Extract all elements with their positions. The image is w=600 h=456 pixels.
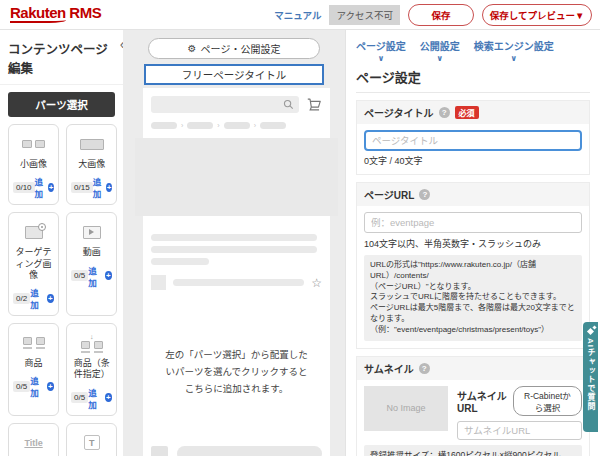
page-url-section: ページURL ? 104文字以内、半角英数字・スラッシュのみ URLの形式は"h… [356, 182, 590, 349]
url-info-line: スラッシュでURLに階層を持たせることもできます。 [370, 292, 576, 303]
url-info-line: （ページURL）"となります。 [370, 282, 576, 293]
large-image-icon [80, 132, 104, 156]
page-settings-heading: ページ設定 [356, 67, 590, 86]
tab-publish-settings[interactable]: 公開設定∨ [420, 38, 460, 63]
thumbnail-no-image-placeholder: No Image [364, 386, 448, 431]
url-info-box: URLの形式は"https://www.rakuten.co.jp/（店舗URL… [364, 255, 582, 341]
plus-icon: + [48, 183, 54, 192]
targeting-image-icon [25, 220, 43, 244]
part-count: 0/5 [71, 270, 88, 281]
part-add-link[interactable]: 追加+ [88, 386, 112, 410]
thumbnail-section: サムネイル ? No Image サムネイルURL R-Cabinetから選択 … [356, 356, 590, 456]
help-icon[interactable]: ? [419, 189, 430, 200]
part-label: 大画像 [78, 159, 105, 170]
thumbnail-url-input[interactable] [457, 421, 582, 440]
char-counter: 0文字 / 40文字 [364, 154, 582, 167]
preview-text-skeleton [151, 246, 317, 253]
part-count: 0/5 [13, 381, 30, 392]
part-count: 0/15 [71, 182, 93, 193]
part-card-title[interactable]: Title タイトル 0/25追加+ [8, 423, 59, 456]
page-preview-wireframe: ››› ☆ 左の「パーツ選択」から配置したいパーツを選んでクリックするとこちらに… [143, 88, 330, 456]
cart-icon [306, 97, 322, 112]
sidebar-title: コンテンツページ編集 [0, 30, 123, 85]
preview-text-skeleton [151, 258, 209, 265]
part-add-link[interactable]: 追加+ [30, 374, 54, 398]
video-icon [83, 220, 101, 244]
settings-tabs: ページ設定∨ 公開設定∨ 検索エンジン設定∨ [356, 38, 590, 63]
free-page-title-field[interactable]: フリーページタイトル [144, 64, 324, 85]
part-add-link[interactable]: 追加+ [30, 286, 54, 310]
plus-icon: + [105, 271, 113, 280]
required-badge: 必須 [455, 106, 479, 119]
page-title-label: ページタイトル [364, 105, 434, 120]
sparkle-icon [587, 328, 594, 335]
page-url-input[interactable] [364, 212, 582, 233]
thumbnail-info-line: 登録推奨サイズ：横1600ピクセル×縦900ピクセル [370, 450, 576, 456]
gear-icon: ⚙ [188, 43, 197, 54]
ai-chat-tab[interactable]: AIチャットで質問 [583, 322, 598, 432]
plus-icon: + [106, 183, 112, 192]
text-icon: T [84, 431, 100, 455]
save-button[interactable]: 保存 [408, 4, 474, 26]
part-card-small-image[interactable]: 小画像 0/10追加+ [8, 124, 59, 205]
part-card-product-conditional[interactable]: ↓ 商品（条件指定） 0/5追加+ [66, 323, 117, 416]
plus-icon: + [47, 294, 55, 303]
plus-icon: + [105, 393, 113, 402]
manual-link[interactable]: マニュアル [274, 8, 321, 22]
part-label: 商品 [25, 358, 43, 369]
url-info-line: URLの形式は"https://www.rakuten.co.jp/（店舗URL… [370, 260, 576, 282]
part-add-link[interactable]: 追加+ [35, 175, 55, 199]
url-info-line: ページURLは最大5階層まで、各階層は最大20文字までとなります。 [370, 303, 576, 325]
rms-content-page-editor: Rakuten RMS マニュアル アクセス不可 保存 保存してプレビュー▼ コ… [0, 0, 600, 456]
search-icon [283, 99, 294, 110]
page-canvas: ⚙ ページ・公開設定 フリーページタイトル ››› [123, 30, 345, 456]
chevron-down-icon: ∨ [511, 54, 518, 63]
page-title-input[interactable] [364, 130, 582, 151]
logo-text: Rakuten RMS [10, 4, 101, 21]
part-count: 0/2 [13, 293, 30, 304]
preview-hero-image-placeholder [135, 138, 338, 216]
url-rule-text: 104文字以内、半角英数字・スラッシュのみ [364, 237, 582, 250]
preview-text-skeleton [151, 234, 317, 241]
tab-page-settings[interactable]: ページ設定∨ [356, 38, 406, 63]
tab-seo-settings[interactable]: 検索エンジン設定∨ [474, 38, 554, 63]
part-card-text[interactable]: T テキスト 0/10追加+ [66, 423, 117, 456]
r-cabinet-select-button[interactable]: R-Cabinetから選択 [513, 386, 582, 416]
part-add-link[interactable]: 追加+ [88, 264, 112, 288]
part-count: 0/5 [71, 392, 88, 403]
settings-panel: ページ設定∨ 公開設定∨ 検索エンジン設定∨ ページ設定 ページタイトル ? 必… [345, 30, 600, 456]
help-icon[interactable]: ? [419, 363, 430, 374]
url-info-line: （例："event/eventpage/christmas/present/to… [370, 325, 576, 336]
parts-sidebar: コンテンツページ編集 パーツ選択 小画像 0/10追加+ 大画像 0/15追加+… [0, 30, 123, 456]
star-icon: ☆ [311, 277, 322, 289]
page-url-label: ページURL [364, 187, 414, 202]
page-publish-settings-label: ページ・公開設定 [201, 41, 281, 56]
product-conditional-icon: ↓ [81, 331, 103, 355]
preview-item-row: ☆ [151, 275, 322, 290]
chevron-down-icon: ∨ [378, 54, 385, 63]
part-label: 商品（条件指定） [71, 358, 112, 381]
title-icon: Title [24, 431, 42, 455]
thumbnail-label: サムネイル [364, 361, 414, 376]
plus-icon: + [47, 382, 55, 391]
part-label: ターゲティング画像 [13, 247, 54, 281]
page-publish-settings-button[interactable]: ⚙ ページ・公開設定 [148, 38, 320, 59]
product-icon [23, 331, 45, 355]
rakuten-rms-logo: Rakuten RMS [10, 4, 101, 23]
part-count: 0/10 [13, 182, 35, 193]
part-card-product[interactable]: 商品 0/5追加+ [8, 323, 59, 416]
chevron-down-icon: ∨ [437, 54, 444, 63]
canvas-hint-text: 左の「パーツ選択」から配置したいパーツを選んでクリックするとこちらに追加されます… [151, 346, 322, 397]
preview-bottom-skeleton [151, 446, 322, 456]
help-icon[interactable]: ? [439, 107, 450, 118]
part-card-targeting-image[interactable]: ターゲティング画像 0/2追加+ [8, 212, 59, 316]
thumbnail-info-box: 登録推奨サイズ：横1600ピクセル×縦900ピクセル ページ上部に表示される他、… [364, 445, 582, 456]
save-and-preview-button[interactable]: 保存してプレビュー▼ [482, 4, 592, 26]
thumbnail-url-label: サムネイルURL [457, 388, 507, 414]
page-title-section: ページタイトル ? 必須 0文字 / 40文字 [356, 100, 590, 175]
divider [356, 92, 590, 93]
part-card-large-image[interactable]: 大画像 0/15追加+ [66, 124, 117, 205]
part-card-video[interactable]: 動画 0/5追加+ [66, 212, 117, 316]
part-add-link[interactable]: 追加+ [93, 175, 113, 199]
parts-grid: 小画像 0/10追加+ 大画像 0/15追加+ ターゲティング画像 0/2追加+… [0, 124, 123, 456]
